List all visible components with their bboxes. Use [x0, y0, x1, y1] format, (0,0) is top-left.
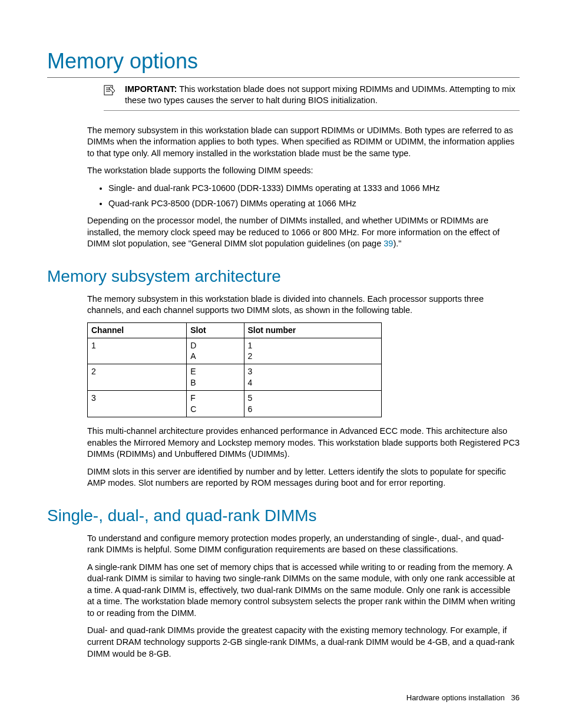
important-label: IMPORTANT: [125, 84, 177, 94]
page-link[interactable]: 39 [384, 239, 393, 248]
page-footer: Hardware options installation 36 [406, 693, 520, 703]
body-paragraph: This multi-channel architecture provides… [87, 426, 520, 460]
important-callout: IMPORTANT: This workstation blade does n… [104, 81, 520, 111]
table-cell: 5 6 [244, 391, 381, 417]
list-item: Quad-rank PC3-8500 (DDR-1067) DIMMs oper… [108, 198, 520, 210]
bullet-list: Single- and dual-rank PC3-10600 (DDR-133… [87, 183, 520, 209]
body-paragraph: Dual- and quad-rank DIMMs provide the gr… [87, 625, 520, 660]
body-paragraph: The memory subsystem in this workstation… [87, 294, 520, 317]
table-cell: D A [187, 338, 244, 364]
section-heading: Single-, dual-, and quad-rank DIMMs [47, 505, 520, 527]
footer-section: Hardware options installation [406, 693, 505, 702]
table-row: 1 D A 1 2 [88, 338, 382, 364]
body-paragraph: To understand and configure memory prote… [87, 533, 520, 556]
table-header-row: Channel Slot Slot number [88, 322, 382, 338]
table-cell: 1 [88, 338, 187, 364]
body-paragraph: A single-rank DIMM has one set of memory… [87, 562, 520, 620]
table-header: Channel [88, 322, 187, 338]
body-paragraph: The workstation blade supports the follo… [87, 165, 520, 177]
channel-slot-table: Channel Slot Slot number 1 D A 1 2 2 E B… [87, 322, 382, 417]
body-paragraph: DIMM slots in this server are identified… [87, 466, 520, 489]
table-header: Slot number [244, 322, 381, 338]
list-item: Single- and dual-rank PC3-10600 (DDR-133… [108, 183, 520, 195]
body-paragraph: Depending on the processor model, the nu… [87, 215, 520, 250]
section-heading: Memory subsystem architecture [47, 265, 520, 288]
table-header: Slot [187, 322, 244, 338]
footer-page-number: 36 [511, 693, 520, 702]
table-cell: 1 2 [244, 338, 381, 364]
important-body: This workstation blade does not support … [125, 84, 515, 106]
note-icon [104, 85, 115, 95]
text-run: )." [393, 239, 401, 248]
table-cell: E B [187, 364, 244, 391]
table-cell: 3 4 [244, 364, 381, 391]
table-row: 2 E B 3 4 [88, 364, 382, 391]
table-cell: 3 [88, 391, 187, 417]
important-text: IMPORTANT: This workstation blade does n… [125, 84, 520, 107]
table-cell: 2 [88, 364, 187, 391]
body-paragraph: The memory subsystem in this workstation… [87, 125, 520, 160]
text-run: Depending on the processor model, the nu… [87, 216, 500, 248]
table-row: 3 F C 5 6 [88, 391, 382, 417]
page-heading: Memory options [47, 47, 520, 78]
table-cell: F C [187, 391, 244, 417]
